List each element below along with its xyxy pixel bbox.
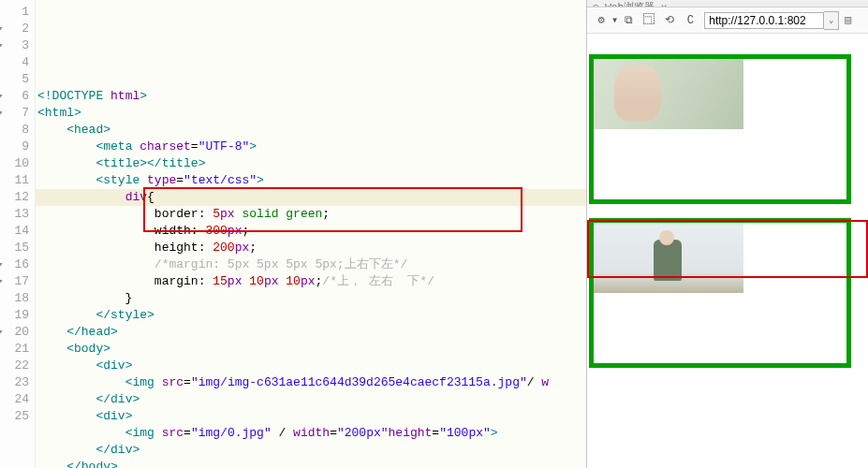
code-line[interactable]: div{ xyxy=(36,189,586,206)
url-dropdown-button[interactable]: ⌄ xyxy=(824,11,839,30)
line-number: 6 xyxy=(0,88,35,105)
code-line[interactable]: <div> xyxy=(36,358,586,374)
code-line[interactable]: width: 300px; xyxy=(36,223,586,240)
line-number: 9 xyxy=(0,139,35,155)
code-lines[interactable]: <!DOCTYPE html><html> <head> <meta chars… xyxy=(36,0,586,468)
code-line[interactable]: <title></title> xyxy=(36,155,586,172)
refresh-icon[interactable]: C xyxy=(683,13,698,28)
line-number: 20 xyxy=(0,324,35,341)
line-number: 23 xyxy=(0,374,35,391)
line-number-gutter: 1234567891011121314151617181920212223242… xyxy=(0,0,36,468)
code-line[interactable]: height: 200px; xyxy=(36,240,586,256)
line-number: 13 xyxy=(0,206,35,223)
code-line[interactable]: } xyxy=(36,290,586,307)
line-number: 24 xyxy=(0,391,35,408)
line-number: 12 xyxy=(0,189,35,206)
line-number: 11 xyxy=(0,172,35,189)
line-number: 21 xyxy=(0,341,35,358)
line-number: 2 xyxy=(0,21,35,37)
box-icon[interactable]: ⧉ xyxy=(621,13,636,28)
line-number: 15 xyxy=(0,240,35,256)
code-line[interactable]: <img src="img/img-c631ae11c644d39d265e4c… xyxy=(36,374,586,391)
rendered-image-1 xyxy=(594,59,743,129)
code-line[interactable]: <head> xyxy=(36,122,586,139)
code-line[interactable]: </body> xyxy=(36,459,586,468)
line-number: 8 xyxy=(0,122,35,139)
browser-view-title: ◎ Web浏览器 ✕ xyxy=(587,0,868,7)
code-line[interactable]: /*margin: 5px 5px 5px 5px;上右下左*/ xyxy=(36,256,586,273)
line-number: 5 xyxy=(0,71,35,88)
line-number: 1 xyxy=(0,4,35,21)
code-line[interactable]: <style type="text/css"> xyxy=(36,172,586,189)
rendered-image-2 xyxy=(594,223,743,293)
rendered-div-1 xyxy=(589,54,851,204)
code-area[interactable]: 1234567891011121314151617181920212223242… xyxy=(0,0,586,468)
code-line[interactable]: border: 5px solid green; xyxy=(36,206,586,223)
code-line[interactable]: <body> xyxy=(36,341,586,358)
rendered-div-2 xyxy=(589,218,851,368)
browser-viewport xyxy=(587,34,868,468)
code-line[interactable]: </div> xyxy=(36,442,586,459)
code-line[interactable]: <img src="img/0.jpg" / width="200px"heig… xyxy=(36,425,586,442)
gear-icon[interactable]: ⚙ xyxy=(594,13,609,28)
line-number: 14 xyxy=(0,223,35,240)
line-number: 25 xyxy=(0,408,35,425)
code-line[interactable]: </div> xyxy=(36,391,586,408)
line-number: 18 xyxy=(0,290,35,307)
url-input[interactable] xyxy=(704,12,824,29)
code-line[interactable]: margin: 15px 10px 10px;/*上， 左右 下*/ xyxy=(36,273,586,290)
grid-icon[interactable]: ▤ xyxy=(845,13,859,27)
line-number: 16 xyxy=(0,256,35,273)
web-browser-pane: ◎ Web浏览器 ✕ ⚙▾ ⧉ ⿹ ⟲ C ⌄ ▤ xyxy=(587,0,868,468)
code-line[interactable]: <meta charset="UTF-8"> xyxy=(36,139,586,155)
line-number: 19 xyxy=(0,307,35,324)
line-number: 4 xyxy=(0,54,35,71)
line-number: 10 xyxy=(0,155,35,172)
window-icon[interactable]: ⿹ xyxy=(641,13,656,28)
line-number: 3 xyxy=(0,37,35,54)
back-icon[interactable]: ⟲ xyxy=(662,13,677,28)
code-line[interactable]: <div> xyxy=(36,408,586,425)
line-number: 22 xyxy=(0,358,35,374)
line-number: 7 xyxy=(0,105,35,122)
browser-toolbar: ⚙▾ ⧉ ⿹ ⟲ C ⌄ ▤ xyxy=(587,7,868,34)
line-number: 17 xyxy=(0,273,35,290)
code-line[interactable]: <html> xyxy=(36,105,586,122)
code-editor-pane: ◎list.style.html◎font-awesome.css◎盒子模型.h… xyxy=(0,0,587,468)
code-line[interactable]: </head> xyxy=(36,324,586,341)
code-line[interactable]: </style> xyxy=(36,307,586,324)
code-line[interactable]: <!DOCTYPE html> xyxy=(36,88,586,105)
